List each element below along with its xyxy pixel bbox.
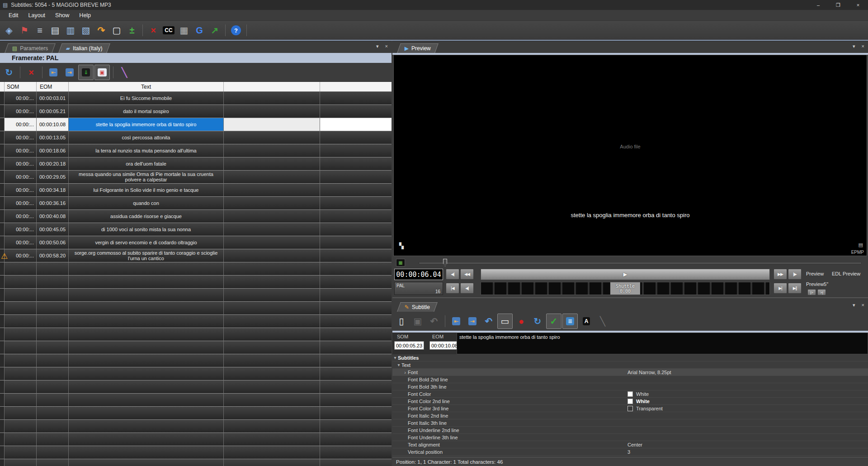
magic-wand-icon[interactable]: ╲ (595, 314, 610, 329)
help-icon[interactable]: ? (229, 23, 243, 38)
som-cell[interactable]: 00:00:... (5, 105, 37, 118)
som-cell[interactable]: 00:00:... (5, 184, 37, 197)
text-cell[interactable]: così percossa attonita (69, 131, 224, 144)
export-graph-icon[interactable]: ↗ (208, 23, 222, 38)
seek-slider-thumb[interactable] (443, 259, 447, 266)
preview-label[interactable]: Preview (806, 271, 824, 276)
eom-cell[interactable]: 00:00:40.08 (37, 210, 69, 223)
som-cell[interactable]: 00:00:... (5, 249, 37, 262)
subtitle-row[interactable]: 00:00:...00:00:05.21dato il mortal sospi… (0, 105, 392, 118)
subtitle-row[interactable]: ⚠00:00:...00:00:58.20sorge.org commosso … (0, 249, 392, 262)
property-group-text[interactable]: ▾Text (392, 361, 868, 369)
new-subtitle-icon[interactable]: ▯ (394, 314, 409, 329)
clip-previous-icon[interactable]: ⇤ (448, 314, 464, 329)
frame-forward-button[interactable]: ▶| (774, 283, 787, 294)
property-row[interactable]: Font Underline 3th line (392, 434, 868, 441)
text-cell[interactable]: stette la spoglia immemore orba di tanto… (69, 118, 224, 131)
property-group-subtitles[interactable]: ▾Subtitles (392, 354, 868, 361)
google-icon[interactable]: G (192, 23, 207, 38)
record-timecodes-icon[interactable]: ⇓ (78, 65, 94, 80)
property-row[interactable]: Text alignmentCenter (392, 441, 868, 448)
menu-layout[interactable]: Layout (24, 11, 51, 19)
close-panel-icon[interactable]: × (385, 43, 388, 49)
property-row[interactable]: Font Italic 2nd line (392, 412, 868, 419)
refresh-icon[interactable]: ↻ (1, 65, 17, 80)
subtitle-text-editor[interactable]: stette la spoglia immemore orba di tanto… (457, 333, 868, 354)
skip-start-button[interactable]: |◀ (446, 283, 459, 294)
empty-row[interactable] (0, 302, 392, 315)
som-cell[interactable]: 00:00:... (5, 236, 37, 249)
document-text-icon[interactable]: ▤ (48, 23, 62, 38)
duplicate-file-icon[interactable]: ▧ (79, 23, 93, 38)
fast-forward-button[interactable]: ▶▶ (774, 269, 787, 280)
close-panel-icon[interactable]: × (862, 302, 864, 308)
seek-slider[interactable] (419, 262, 862, 264)
property-row[interactable]: Vertical position3 (392, 448, 868, 456)
empty-row[interactable] (0, 289, 392, 302)
empty-row[interactable] (0, 394, 392, 407)
empty-row[interactable] (0, 315, 392, 328)
clip-previous-icon[interactable]: ⇤ (46, 65, 61, 80)
text-cell[interactable]: dato il mortal sospiro (69, 105, 224, 118)
som-input[interactable] (394, 341, 424, 350)
format-lines-icon[interactable]: ≣ (562, 314, 578, 329)
subtitle-row[interactable]: 00:00:...00:00:18.06la terra al nunzio s… (0, 144, 392, 157)
eom-cell[interactable]: 00:00:36.16 (37, 197, 69, 210)
character-format-icon[interactable]: A (579, 314, 594, 329)
property-row[interactable]: Font Color 3rd lineTransparent (392, 405, 868, 412)
lock-file-icon[interactable]: ▣ (94, 65, 110, 80)
video-preview[interactable]: Audio file stette la spoglia immemore or… (393, 55, 867, 256)
add-remove-icon[interactable]: ± (125, 23, 139, 38)
text-cell[interactable]: ora dell'uom fatale (69, 157, 224, 171)
eom-cell[interactable]: 00:00:45.05 (37, 223, 69, 236)
edl-preview-label[interactable]: EDL Preview (832, 271, 860, 276)
tab-italian-italy[interactable]: ▰Italian (Italy) (59, 43, 110, 53)
som-cell[interactable]: 00:00:... (5, 171, 37, 184)
text-cell[interactable]: quando con (69, 197, 224, 210)
step-back-button[interactable]: ◀| (446, 269, 459, 280)
property-row[interactable]: Font Bold 2nd line (392, 376, 868, 383)
empty-row[interactable] (0, 420, 392, 433)
maximize-button[interactable]: ❐ (828, 0, 848, 10)
subtitle-row[interactable]: 00:00:...00:00:13.05così percossa attoni… (0, 131, 392, 144)
empty-row[interactable] (0, 446, 392, 459)
empty-row[interactable] (0, 262, 392, 276)
step-forward-button[interactable]: |▶ (788, 269, 802, 280)
menu-show[interactable]: Show (50, 11, 74, 19)
close-panel-icon[interactable]: × (862, 43, 864, 49)
eom-cell[interactable]: 00:00:18.06 (37, 144, 69, 157)
save-page-icon[interactable]: ▢ (109, 23, 124, 38)
shuttle-control[interactable]: Shuttle 0.00 (481, 282, 770, 295)
save-icon[interactable]: ▣ (410, 314, 425, 329)
frame-back-button[interactable]: ◀| (460, 283, 474, 294)
revert-icon[interactable]: ↶ (481, 314, 496, 329)
preview-out-button[interactable]: >| (817, 289, 826, 295)
subtitle-row[interactable]: 00:00:...00:00:20.18ora dell'uom fatale (0, 157, 392, 171)
record-voice-icon[interactable]: ● (514, 314, 529, 329)
property-row[interactable]: Font Underline 2nd line (392, 427, 868, 434)
eom-cell[interactable]: 00:00:10.08 (37, 118, 69, 131)
safe-area-icon[interactable]: ▭ (497, 314, 513, 329)
empty-row[interactable] (0, 367, 392, 380)
windows-grid-icon[interactable]: ▦ (177, 23, 191, 38)
text-cell[interactable]: assidua cadde risorse e giacque (69, 210, 224, 223)
som-cell[interactable]: 00:00:... (5, 118, 37, 131)
property-row[interactable]: Font Color 2nd lineWhite (392, 398, 868, 405)
tab-parameters[interactable]: ▤Parameters (5, 43, 56, 53)
play-button[interactable]: ▶ (481, 269, 770, 280)
subtitle-row[interactable]: 00:00:...00:00:36.16quando con (0, 197, 392, 210)
clipboard-icon[interactable]: ◈ (2, 23, 16, 38)
property-row[interactable]: Font ColorWhite (392, 390, 868, 398)
empty-row[interactable] (0, 433, 392, 446)
som-cell[interactable]: 00:00:... (5, 223, 37, 236)
subtitle-row[interactable]: 00:00:...00:00:45.05di 1000 voci al soni… (0, 223, 392, 236)
subtitle-row[interactable]: 00:00:...00:00:34.18lui Folgorante in So… (0, 184, 392, 197)
magic-wand-icon[interactable]: ╲ (117, 65, 132, 80)
close-button[interactable]: × (848, 0, 868, 10)
tab-preview[interactable]: ▶ Preview (397, 43, 439, 53)
minimize-button[interactable]: – (808, 0, 828, 10)
eom-cell[interactable]: 00:00:13.05 (37, 131, 69, 144)
tab-subtitle[interactable]: ✎ Subtitle (397, 302, 438, 312)
text-cell[interactable]: la terra al nunzio sta muta pensando all… (69, 144, 224, 157)
eom-cell[interactable]: 00:00:29.05 (37, 171, 69, 184)
